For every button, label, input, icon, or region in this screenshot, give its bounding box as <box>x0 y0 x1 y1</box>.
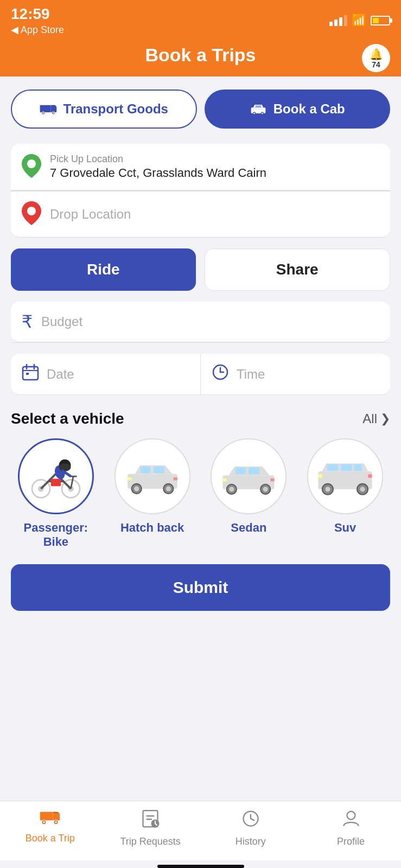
book-cab-tab[interactable]: Book a Cab <box>205 90 391 129</box>
pickup-field[interactable]: Pick Up Location 7 Grovedale Cct, Grassl… <box>11 144 390 190</box>
vehicle-item-sedan[interactable]: Sedan <box>204 438 294 549</box>
wifi-icon: 📶 <box>352 14 366 28</box>
vehicle-all-label: All <box>362 411 377 426</box>
svg-rect-74 <box>147 815 155 816</box>
nav-history[interactable]: History <box>201 809 301 847</box>
vehicle-label-suv: Suv <box>334 521 356 535</box>
pickup-pin-icon <box>22 154 41 180</box>
svg-marker-68 <box>53 812 60 814</box>
transport-goods-tab[interactable]: Transport Goods <box>11 90 197 129</box>
svg-point-51 <box>230 487 234 492</box>
vehicle-circle-suv <box>307 438 383 514</box>
share-button[interactable]: Share <box>205 248 391 291</box>
drop-field[interactable]: Drop Location <box>11 192 390 238</box>
tab-toggle: Transport Goods Book a Cab <box>11 90 390 129</box>
budget-placeholder: Budget <box>41 314 82 329</box>
svg-point-53 <box>263 487 268 492</box>
svg-point-11 <box>262 113 263 114</box>
svg-rect-46 <box>173 477 177 481</box>
ride-button[interactable]: Ride <box>11 248 196 291</box>
svg-rect-0 <box>40 105 50 112</box>
svg-rect-54 <box>223 478 227 482</box>
date-placeholder: Date <box>47 367 74 382</box>
svg-point-5 <box>42 112 44 114</box>
pickup-label: Pick Up Location <box>50 154 379 165</box>
vehicle-header: Select a vehicle All ❯ <box>11 410 390 427</box>
vehicle-title: Select a vehicle <box>11 410 124 427</box>
svg-rect-49 <box>249 468 259 475</box>
calendar-icon <box>22 363 39 385</box>
budget-field[interactable]: ₹ Budget <box>11 302 390 342</box>
page-title: Book a Trips <box>145 44 256 66</box>
pickup-field-content: Pick Up Location 7 Grovedale Cct, Grassl… <box>50 154 379 180</box>
vehicle-circle-bike <box>18 438 94 514</box>
vehicle-label-sedan: Sedan <box>231 521 266 535</box>
time-placeholder: Time <box>237 367 265 382</box>
nav-profile-label: Profile <box>337 836 365 847</box>
nav-book-trip[interactable]: Book a Trip <box>0 809 100 847</box>
chevron-right-icon: ❯ <box>380 412 390 426</box>
svg-point-63 <box>360 487 365 492</box>
svg-rect-67 <box>53 814 60 821</box>
svg-rect-16 <box>23 367 38 380</box>
status-bar: 12:59 ◀ App Store 📶 <box>0 0 401 39</box>
submit-button[interactable]: Submit <box>11 564 390 611</box>
svg-rect-65 <box>368 474 372 477</box>
svg-rect-40 <box>153 467 164 474</box>
svg-point-72 <box>55 821 57 824</box>
app-store-back[interactable]: ◀ App Store <box>11 24 64 36</box>
clock-icon <box>212 363 229 385</box>
svg-rect-48 <box>236 468 246 475</box>
vehicle-item-bike[interactable]: Passenger: Bike <box>11 438 101 549</box>
svg-marker-2 <box>50 105 56 107</box>
nav-history-label: History <box>235 836 266 847</box>
svg-rect-39 <box>141 467 150 474</box>
svg-rect-55 <box>271 478 275 482</box>
rupee-icon: ₹ <box>22 311 33 332</box>
nav-book-trip-label: Book a Trip <box>26 833 75 844</box>
vehicle-item-hatchback[interactable]: Hatch back <box>107 438 198 549</box>
time-field[interactable]: Time <box>201 354 390 394</box>
svg-rect-45 <box>128 477 131 481</box>
svg-rect-64 <box>319 474 322 477</box>
nav-trip-requests[interactable]: Trip Requests <box>100 809 201 847</box>
nav-profile-icon <box>341 809 361 833</box>
pickup-value: 7 Grovedale Cct, Grasslands Ward Cairn <box>50 166 379 180</box>
header: Book a Trips 🔔 74 <box>0 39 401 76</box>
svg-rect-12 <box>255 105 261 107</box>
svg-rect-66 <box>40 812 53 821</box>
nav-truck-icon <box>40 809 60 829</box>
svg-line-81 <box>251 819 254 820</box>
transport-goods-label: Transport Goods <box>63 101 168 117</box>
notification-button[interactable]: 🔔 74 <box>362 44 390 72</box>
status-icons: 📶 <box>329 14 390 28</box>
svg-rect-75 <box>147 819 152 820</box>
svg-point-42 <box>134 486 139 491</box>
bottom-nav: Book a Trip Trip Requests History <box>0 801 401 860</box>
vehicle-all-button[interactable]: All ❯ <box>362 411 390 426</box>
vehicle-circle-sedan <box>211 438 287 514</box>
cab-icon <box>250 100 267 118</box>
svg-point-14 <box>27 159 36 168</box>
datetime-row: Date Time <box>11 354 390 395</box>
drop-pin-icon <box>22 201 41 227</box>
vehicle-item-suv[interactable]: Suv <box>300 438 390 549</box>
svg-point-61 <box>325 487 330 492</box>
svg-rect-59 <box>354 464 362 471</box>
nav-profile[interactable]: Profile <box>301 809 401 847</box>
date-field[interactable]: Date <box>11 354 201 394</box>
nav-history-icon <box>241 809 260 833</box>
svg-point-36 <box>59 463 71 471</box>
svg-point-15 <box>27 207 36 215</box>
home-indicator <box>157 865 244 868</box>
svg-point-10 <box>253 113 255 114</box>
svg-point-82 <box>347 812 355 820</box>
ride-share-toggle: Ride Share <box>11 248 390 291</box>
signal-icon <box>329 15 347 26</box>
notification-count: 74 <box>372 61 380 68</box>
nav-requests-icon <box>141 809 160 833</box>
drop-field-content: Drop Location <box>50 207 379 222</box>
svg-rect-20 <box>26 373 29 375</box>
vehicle-circle-hatchback <box>114 438 190 514</box>
svg-point-44 <box>166 486 170 491</box>
